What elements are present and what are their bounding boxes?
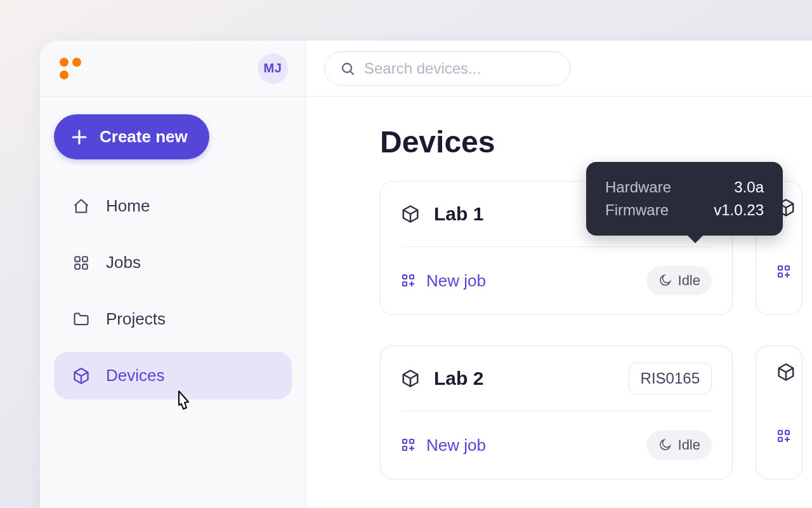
tooltip-row: Hardware 3.0a: [605, 176, 764, 199]
status-badge: Idle: [646, 266, 712, 295]
device-icon: [401, 369, 420, 388]
page-title: Devices: [380, 124, 812, 159]
create-new-label: Create new: [100, 127, 188, 147]
moon-icon: [658, 438, 672, 452]
device-icon: [776, 363, 796, 382]
sidebar: MJ Create new Home: [40, 41, 306, 508]
main-header: [306, 41, 812, 97]
content: Devices Lab 1 RIS0132: [306, 97, 812, 479]
app-logo: [58, 57, 83, 80]
sidebar-item-home[interactable]: Home: [54, 182, 292, 230]
svg-point-2: [60, 70, 69, 79]
device-card: [756, 345, 802, 479]
svg-rect-7: [75, 264, 80, 269]
svg-rect-27: [785, 431, 789, 434]
svg-rect-5: [75, 257, 80, 262]
svg-rect-21: [403, 439, 407, 443]
svg-rect-16: [778, 266, 782, 270]
new-job-icon: [776, 264, 792, 279]
tooltip-value: v1.0.23: [714, 201, 764, 219]
device-card-header: Lab 2 RIS0165: [401, 363, 712, 411]
new-job-label: New job: [426, 436, 486, 455]
sidebar-header: MJ: [40, 41, 306, 97]
device-card: Lab 2 RIS0165 New job: [380, 345, 733, 479]
new-job-icon: [401, 273, 416, 288]
svg-rect-12: [410, 275, 414, 279]
sidebar-item-jobs[interactable]: Jobs: [54, 239, 292, 286]
tooltip-value: 3.0a: [734, 178, 764, 196]
search-icon: [340, 61, 355, 76]
svg-rect-22: [410, 439, 414, 443]
svg-rect-13: [403, 282, 407, 286]
sidebar-item-projects[interactable]: Projects: [54, 295, 292, 343]
app-window: MJ Create new Home: [40, 41, 812, 508]
search-field[interactable]: [324, 51, 570, 86]
device-row: Lab 2 RIS0165 New job: [380, 345, 812, 479]
svg-line-10: [351, 71, 354, 74]
svg-rect-17: [785, 266, 789, 270]
svg-rect-11: [403, 275, 407, 279]
plus-icon: [70, 128, 88, 146]
sidebar-body: Create new Home Jobs: [40, 97, 306, 399]
main-area: Devices Lab 1 RIS0132: [306, 41, 812, 508]
status-label: Idle: [678, 272, 700, 289]
new-job-icon: [776, 429, 792, 444]
device-icon: [401, 204, 420, 224]
home-icon: [72, 197, 91, 216]
device-name: Lab 1: [434, 203, 483, 225]
svg-rect-23: [403, 446, 407, 450]
new-job-label: New job: [426, 271, 486, 291]
device-icon: [72, 366, 91, 385]
svg-rect-6: [82, 257, 88, 262]
sidebar-item-label: Devices: [106, 366, 164, 385]
new-job-button[interactable]: New job: [401, 436, 486, 455]
new-job-icon: [401, 438, 416, 453]
svg-point-1: [72, 58, 81, 67]
tooltip-label: Hardware: [605, 178, 671, 196]
sidebar-item-label: Home: [106, 196, 150, 216]
svg-rect-8: [82, 264, 88, 269]
device-info-tooltip: Hardware 3.0a Firmware v1.0.23: [586, 162, 783, 236]
sidebar-item-label: Projects: [106, 309, 166, 329]
nav-list: Home Jobs Projects: [54, 182, 292, 399]
sidebar-item-devices[interactable]: Devices: [54, 352, 292, 399]
jobs-icon: [72, 253, 91, 272]
svg-rect-18: [778, 273, 782, 277]
avatar[interactable]: MJ: [258, 53, 288, 84]
tooltip-row: Firmware v1.0.23: [605, 199, 764, 222]
search-input[interactable]: [364, 60, 554, 77]
device-name: Lab 2: [434, 368, 483, 389]
svg-rect-28: [778, 438, 782, 441]
svg-rect-26: [778, 431, 782, 434]
avatar-initials: MJ: [264, 61, 282, 76]
create-new-button[interactable]: Create new: [54, 114, 209, 159]
new-job-button[interactable]: New job: [401, 271, 486, 291]
sidebar-item-label: Jobs: [106, 253, 141, 272]
moon-icon: [658, 274, 672, 288]
device-id-badge[interactable]: RIS0165: [629, 363, 712, 394]
tooltip-label: Firmware: [605, 201, 669, 219]
folder-icon: [72, 310, 91, 329]
status-badge: Idle: [646, 431, 712, 460]
status-label: Idle: [678, 437, 700, 453]
svg-point-0: [60, 58, 69, 67]
